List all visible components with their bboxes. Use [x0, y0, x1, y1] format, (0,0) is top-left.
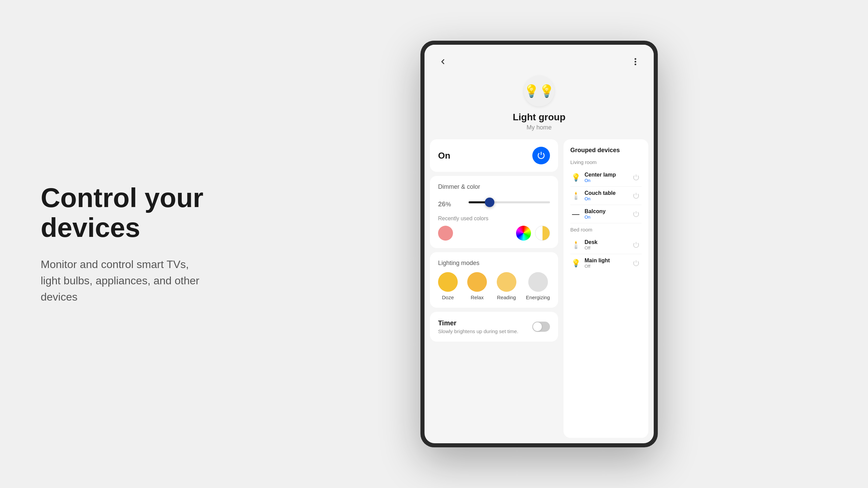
desk-icon: 🕯️ — [570, 241, 581, 249]
color-swatches — [438, 226, 550, 241]
modes-title: Lighting modes — [438, 260, 550, 267]
headline-line1: Control your — [41, 183, 203, 213]
back-button[interactable] — [435, 54, 450, 69]
main-light-info: Main light Off — [585, 258, 627, 269]
modes-card: Lighting modes Doze Relax — [430, 252, 558, 308]
color-swatch-pink[interactable] — [438, 226, 453, 241]
timer-description: Slowly brightens up during set time. — [438, 328, 518, 334]
center-lamp-power-btn[interactable] — [631, 172, 642, 183]
desk-power-btn[interactable] — [631, 240, 642, 250]
mode-reading-circle — [497, 272, 516, 292]
balcony-info: Balcony On — [585, 208, 627, 220]
device-row-desk: 🕯️ Desk Off — [570, 236, 642, 254]
mode-energizing[interactable]: Energizing — [526, 272, 550, 300]
couch-table-status: On — [585, 196, 627, 201]
mode-relax-label: Relax — [471, 294, 484, 300]
app-body: On Dimmer & color 26 — [425, 139, 654, 443]
power-card: On — [430, 139, 558, 172]
grouped-panel: Grouped devices Living room 💡 Center lam… — [564, 139, 648, 438]
mode-reading[interactable]: Reading — [497, 272, 516, 300]
dimmer-row: 26% — [438, 195, 550, 209]
tablet-screen: 💡💡 Light group My home On — [425, 45, 654, 443]
headline-line2: devices — [41, 212, 140, 243]
dimmer-title: Dimmer & color — [438, 183, 550, 190]
colors-section: Recently used colors — [438, 216, 550, 241]
brightness-slider[interactable] — [469, 201, 550, 203]
device-header: 💡💡 Light group My home — [425, 69, 654, 139]
desk-status: Off — [585, 245, 627, 250]
main-light-power-btn[interactable] — [631, 258, 642, 269]
mode-relax-circle — [467, 272, 487, 292]
tablet-device: 💡💡 Light group My home On — [420, 41, 658, 447]
mode-doze-circle — [438, 272, 458, 292]
main-light-status: Off — [585, 264, 627, 269]
mode-relax[interactable]: Relax — [467, 272, 487, 300]
device-row-main-light: 💡 Main light Off — [570, 254, 642, 272]
balcony-name: Balcony — [585, 208, 627, 215]
center-lamp-name: Center lamp — [585, 172, 627, 178]
timer-info: Timer Slowly brightens up during set tim… — [438, 319, 518, 334]
couch-table-icon: 🕯️ — [570, 191, 581, 200]
couch-table-info: Couch table On — [585, 190, 627, 201]
room-label-living: Living room — [570, 159, 642, 165]
desk-info: Desk Off — [585, 239, 627, 250]
color-wheel-swatch[interactable] — [516, 226, 531, 241]
grouped-title: Grouped devices — [570, 147, 642, 154]
mode-reading-label: Reading — [497, 294, 516, 300]
device-row-center-lamp: 💡 Center lamp On — [570, 168, 642, 187]
power-status: On — [438, 150, 450, 161]
balcony-icon: — — [570, 210, 581, 219]
balcony-power-btn[interactable] — [631, 209, 642, 220]
colors-title: Recently used colors — [438, 216, 550, 222]
device-location: My home — [527, 124, 552, 131]
timer-card: Timer Slowly brightens up during set tim… — [430, 312, 558, 342]
main-light-name: Main light — [585, 258, 627, 264]
right-panel: 💡💡 Light group My home On — [210, 41, 868, 447]
room-label-bedroom: Bed room — [570, 227, 642, 232]
description: Monitor and control smart TVs, light bul… — [41, 256, 203, 305]
couch-table-power-btn[interactable] — [631, 190, 642, 201]
svg-point-2 — [635, 64, 636, 65]
device-icon: 💡💡 — [524, 76, 554, 106]
svg-point-0 — [635, 58, 636, 60]
svg-point-1 — [635, 61, 636, 63]
color-half-swatch[interactable] — [535, 226, 550, 241]
device-row-couch-table: 🕯️ Couch table On — [570, 187, 642, 205]
timer-title: Timer — [438, 319, 518, 327]
main-light-icon: 💡 — [570, 259, 581, 268]
timer-toggle[interactable] — [532, 322, 550, 332]
left-panel: Control your devices Monitor and control… — [0, 183, 210, 305]
slider-thumb[interactable] — [485, 198, 494, 207]
more-button[interactable] — [628, 54, 643, 69]
desk-name: Desk — [585, 239, 627, 245]
dimmer-value: 26% — [438, 195, 462, 209]
modes-row: Doze Relax Reading — [438, 272, 550, 300]
app-header — [425, 45, 654, 69]
device-row-balcony: — Balcony On — [570, 205, 642, 223]
mode-energizing-label: Energizing — [526, 294, 550, 300]
balcony-status: On — [585, 215, 627, 220]
dimmer-card: Dimmer & color 26% Rece — [430, 176, 558, 248]
couch-table-name: Couch table — [585, 190, 627, 196]
mode-energizing-circle — [528, 272, 548, 292]
mode-doze[interactable]: Doze — [438, 272, 458, 300]
center-lamp-info: Center lamp On — [585, 172, 627, 183]
power-button[interactable] — [532, 147, 550, 164]
center-lamp-icon: 💡 — [570, 173, 581, 182]
mode-doze-label: Doze — [442, 294, 454, 300]
device-name: Light group — [513, 112, 566, 123]
center-lamp-status: On — [585, 178, 627, 183]
control-panel: On Dimmer & color 26 — [430, 139, 558, 438]
toggle-thumb — [533, 322, 542, 331]
